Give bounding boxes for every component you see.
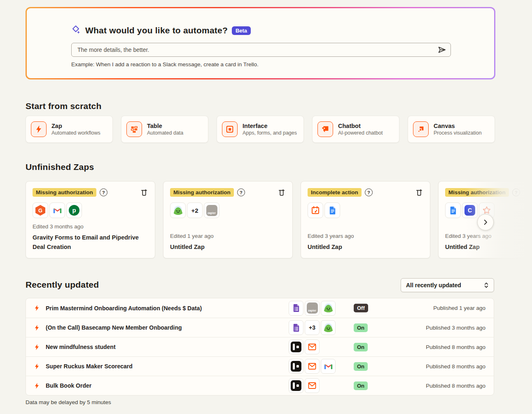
unfinished-zap-card[interactable]: Missing authorization?+2zapierEdited 1 y… [163, 181, 293, 258]
zap-bolt-icon [33, 324, 40, 331]
delete-zap-button[interactable] [278, 188, 286, 197]
zap-row-title[interactable]: (On the Call) Basecamp New Member Onboar… [46, 324, 182, 331]
gmail-icon [321, 359, 336, 374]
unfinished-zap-card[interactable]: Incomplete action?Edited 3 years agoUnti… [301, 181, 430, 258]
zap-state-toggle[interactable]: On [354, 343, 368, 351]
trash-icon [140, 188, 148, 197]
zap-bolt-icon [33, 305, 40, 312]
sparkle-icon [71, 25, 81, 36]
published-timestamp: Published 8 months ago [400, 363, 485, 370]
delete-zap-button[interactable] [415, 188, 423, 197]
plus-count-badge: +2 [187, 202, 203, 218]
scratch-card-label: Table [147, 123, 183, 129]
recently-updated-heading: Recently updated [26, 280, 99, 290]
kajabi-icon [289, 340, 303, 354]
scratch-card-description: Automated data [147, 130, 183, 136]
zap-row-title[interactable]: Bulk Book Order [46, 382, 91, 389]
zap-card-title[interactable]: Untitled Zap [445, 242, 532, 251]
table-row[interactable]: Prim Mastermind Onboarding Automation (N… [26, 298, 494, 318]
zap-app-icons: zapier [289, 301, 354, 316]
scratch-card-description: AI-powered chatbot [338, 130, 383, 136]
scratch-card-interface[interactable]: InterfaceApps, forms, and pages [217, 116, 304, 143]
zap-state-toggle[interactable]: On [354, 381, 368, 390]
chevron-right-icon [482, 219, 489, 226]
zap-state-toggle[interactable]: Off [354, 304, 368, 312]
zap-app-icons [308, 202, 423, 218]
prompt-placeholder: The more details, the better. [77, 47, 437, 53]
zap-state-toggle[interactable]: On [354, 323, 368, 332]
scratch-card-description: Apps, forms, and pages [243, 130, 297, 136]
plus-count-badge: +3 [305, 320, 320, 335]
email-icon [305, 359, 320, 374]
gmail-icon [49, 202, 65, 218]
zap-bolt-icon [33, 363, 40, 370]
automation-banner-inner: What would you like to automate? Beta Th… [27, 8, 494, 78]
table-row[interactable]: Bulk Book OrderOnPublished 8 months ago [26, 376, 494, 395]
kajabi-icon [289, 378, 303, 393]
scratch-card-label: Zap [51, 123, 100, 129]
table-row[interactable]: (On the Call) Basecamp New Member Onboar… [26, 318, 494, 337]
zapier-icon: zapier [305, 301, 320, 316]
google-forms-icon [289, 301, 303, 316]
email-icon [305, 378, 320, 393]
canvas-icon [413, 121, 429, 137]
google-forms-icon [289, 320, 303, 335]
scratch-card-zap[interactable]: ZapAutomated workflows [26, 116, 113, 143]
banner-example-text: Example: When I add a reaction to a Slac… [71, 61, 494, 67]
published-timestamp: Published 8 months ago [400, 344, 485, 350]
automation-prompt-input[interactable]: The more details, the better. [71, 43, 451, 57]
unfinished-zaps-heading: Unfinished Zaps [26, 162, 94, 172]
c-app-icon: C [462, 202, 478, 218]
zap-card-title[interactable]: Untitled Zap [308, 242, 423, 251]
unfinished-zap-card[interactable]: Missing authorization?GpEdited 3 months … [26, 181, 155, 258]
status-badge: Missing authorization [33, 188, 96, 197]
carousel-next-button[interactable] [477, 214, 494, 230]
help-icon[interactable]: ? [512, 188, 520, 196]
basecamp-icon [321, 320, 336, 335]
zap-bolt-icon [31, 121, 47, 137]
zap-state-toggle[interactable]: On [354, 362, 368, 371]
table-footnote: Data may be delayed by 5 minutes [26, 399, 111, 405]
zap-row-title[interactable]: Prim Mastermind Onboarding Automation (N… [46, 305, 202, 312]
google-docs-icon [445, 202, 461, 218]
help-icon[interactable]: ? [237, 188, 245, 196]
zap-card-title[interactable]: Untitled Zap [170, 242, 286, 251]
zap-app-icons [289, 340, 354, 354]
send-icon[interactable] [437, 45, 446, 54]
help-icon[interactable]: ? [365, 188, 373, 196]
zapier-dashboard: What would you like to automate? Beta Th… [0, 0, 532, 414]
scratch-card-label: Canvas [434, 123, 482, 129]
scratch-card-label: Chatbot [338, 123, 383, 129]
recently-updated-filter[interactable]: All recently updated [401, 278, 494, 292]
start-from-scratch-row: ZapAutomated workflowsTableAutomated dat… [26, 116, 495, 143]
table-row[interactable]: Super Ruckus Maker ScorecardOnPublished … [26, 356, 494, 376]
automation-banner: What would you like to automate? Beta Th… [26, 7, 495, 79]
table-row[interactable]: New mindfulness studentOnPublished 8 mon… [26, 337, 494, 356]
schedule-icon [308, 202, 323, 218]
email-icon [305, 340, 320, 354]
select-chevrons-icon [483, 282, 490, 288]
zap-row-title[interactable]: New mindfulness student [46, 344, 116, 350]
status-badge: Missing authorization [445, 188, 509, 197]
start-from-scratch-heading: Start from scratch [26, 101, 102, 111]
basecamp-icon [321, 301, 336, 316]
help-icon[interactable]: ? [100, 188, 107, 196]
banner-title: What would you like to automate? [85, 26, 228, 35]
delete-zap-button[interactable] [140, 188, 148, 197]
scratch-card-table[interactable]: TableAutomated data [121, 116, 208, 143]
unfinished-zaps-carousel: Missing authorization?GpEdited 3 months … [0, 181, 532, 263]
zap-row-title[interactable]: Super Ruckus Maker Scorecard [46, 363, 133, 370]
scratch-card-description: Automated workflows [51, 130, 100, 136]
status-badge: Incomplete action [308, 188, 362, 197]
chatbot-icon [317, 121, 333, 137]
scratch-card-canvas[interactable]: CanvasProcess visualization [408, 116, 495, 143]
edited-timestamp: Edited 3 years ago [445, 233, 532, 239]
scratch-card-chatbot[interactable]: ChatbotAI-powered chatbot [312, 116, 399, 143]
zapier-icon: zapier [204, 202, 219, 218]
basecamp-icon [170, 202, 186, 218]
pipedrive-icon: p [66, 202, 82, 218]
recently-updated-table: Prim Mastermind Onboarding Automation (N… [26, 298, 494, 395]
zap-card-title[interactable]: Gravity Forms to Email and Pipedrive Dea… [33, 233, 148, 251]
zap-app-icons [289, 359, 354, 374]
kajabi-icon [289, 359, 303, 374]
